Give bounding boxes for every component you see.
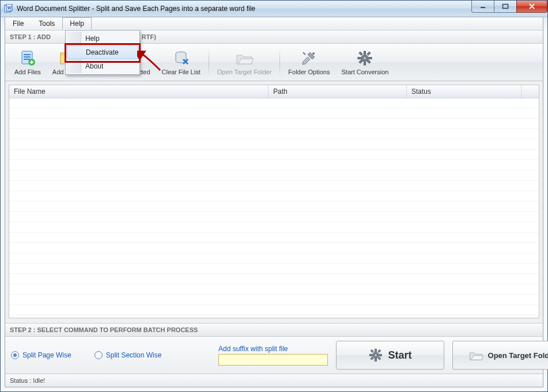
- start-conversion-label: Start Conversion: [341, 68, 388, 75]
- status-bar: Status : Idle!: [5, 374, 543, 387]
- status-text: Status : Idle!: [10, 377, 45, 384]
- radio-dot-icon: [11, 351, 19, 359]
- maximize-button[interactable]: [494, 1, 517, 13]
- svg-rect-30: [368, 52, 371, 55]
- step2-label: STEP 2 : SELECT COMMAND TO PERFORM BATCH…: [10, 326, 198, 333]
- help-menu-help[interactable]: Help: [67, 32, 138, 45]
- window-controls: [472, 1, 547, 13]
- svg-rect-26: [358, 58, 361, 59]
- svg-point-21: [312, 52, 315, 55]
- svg-rect-34: [375, 349, 377, 351]
- gear-icon: [368, 348, 383, 363]
- menu-file[interactable]: File: [5, 17, 31, 30]
- column-file-name[interactable]: File Name: [9, 85, 269, 98]
- title-bar: W Word Document Splitter - Split and Sav…: [1, 1, 547, 17]
- svg-rect-37: [380, 355, 382, 356]
- radio-split-page-wise[interactable]: Split Page Wise: [11, 351, 71, 359]
- folder-options-icon: [300, 49, 318, 67]
- radio-split-page-wise-label: Split Page Wise: [22, 351, 71, 359]
- svg-rect-6: [24, 54, 31, 55]
- folder-options-label: Folder Options: [288, 68, 330, 75]
- suffix-input[interactable]: [218, 354, 328, 366]
- svg-rect-27: [369, 58, 372, 59]
- svg-rect-36: [370, 355, 372, 356]
- start-conversion-button[interactable]: Start Conversion: [335, 44, 394, 81]
- file-grid: File Name Path Status: [9, 85, 539, 318]
- svg-rect-25: [364, 62, 366, 65]
- start-button[interactable]: Start: [336, 341, 444, 370]
- svg-rect-24: [364, 51, 366, 54]
- close-button[interactable]: [516, 1, 547, 13]
- svg-rect-31: [360, 60, 363, 63]
- svg-rect-11: [31, 60, 32, 64]
- folder-options-button[interactable]: Folder Options: [282, 44, 335, 81]
- clear-file-list-icon: [172, 49, 190, 67]
- app-window: W Word Document Splitter - Split and Sav…: [0, 0, 548, 392]
- svg-rect-4: [503, 5, 508, 9]
- svg-rect-29: [368, 60, 371, 63]
- file-grid-header: File Name Path Status: [9, 85, 539, 98]
- svg-rect-35: [375, 359, 377, 361]
- column-path[interactable]: Path: [269, 85, 407, 98]
- help-menu-deactivate[interactable]: Deactivate: [67, 45, 138, 59]
- app-icon: W: [4, 4, 13, 13]
- radio-split-section-wise[interactable]: Split Section Wise: [95, 351, 162, 359]
- open-target-folder-big-label: Open Target Folder: [488, 351, 548, 360]
- folder-open-icon: [468, 348, 483, 363]
- svg-rect-38: [371, 349, 374, 352]
- svg-point-33: [375, 354, 377, 357]
- toolbar-separator: [279, 47, 280, 77]
- add-files-label: Add Files: [14, 68, 41, 75]
- step1-label-left: STEP 1 : ADD: [10, 33, 51, 40]
- menu-help[interactable]: Help: [62, 17, 92, 30]
- clear-file-list-button[interactable]: Clear File List: [156, 44, 206, 81]
- radio-dot-icon: [95, 351, 103, 359]
- radio-split-section-wise-label: Split Section Wise: [106, 351, 162, 359]
- svg-rect-28: [360, 52, 363, 55]
- minimize-button[interactable]: [471, 1, 494, 13]
- column-status[interactable]: Status: [407, 85, 521, 98]
- svg-point-23: [364, 57, 366, 60]
- step2-header: STEP 2 : SELECT COMMAND TO PERFORM BATCH…: [5, 323, 543, 337]
- clear-file-list-label: Clear File List: [162, 68, 201, 75]
- suffix-field: Add suffix with split file: [218, 345, 328, 366]
- svg-rect-3: [481, 7, 485, 8]
- client-area: File Tools Help STEP 1 : ADD DOCX, RTF) …: [5, 17, 543, 387]
- toolbar-separator: [209, 47, 209, 77]
- help-dropdown: Help Deactivate About: [65, 30, 140, 75]
- menu-tools[interactable]: Tools: [31, 17, 62, 30]
- open-target-folder-icon: [235, 49, 254, 67]
- menu-bar: File Tools Help: [5, 17, 543, 31]
- svg-text:W: W: [7, 6, 12, 10]
- open-target-folder-label: Open Target Folder: [217, 68, 272, 75]
- open-target-folder-button[interactable]: Open Target Folder: [211, 44, 278, 81]
- open-target-folder-big-button[interactable]: Open Target Folder: [452, 341, 548, 370]
- svg-rect-7: [24, 56, 31, 58]
- file-grid-body[interactable]: [9, 98, 539, 318]
- svg-rect-40: [378, 349, 381, 352]
- svg-rect-39: [378, 357, 381, 360]
- help-menu-about[interactable]: About: [67, 59, 138, 73]
- column-tail: [521, 85, 539, 98]
- add-files-button[interactable]: Add Files: [9, 44, 47, 81]
- window-title: Word Document Splitter - Split and Save …: [17, 5, 255, 13]
- split-mode-radios: Split Page Wise Split Section Wise: [11, 351, 207, 359]
- command-row: Split Page Wise Split Section Wise Add s…: [5, 337, 543, 374]
- start-button-label: Start: [388, 349, 411, 361]
- add-files-icon: [18, 49, 37, 67]
- start-conversion-icon: [356, 49, 374, 67]
- svg-rect-41: [371, 357, 374, 360]
- suffix-label: Add suffix with split file: [218, 345, 328, 353]
